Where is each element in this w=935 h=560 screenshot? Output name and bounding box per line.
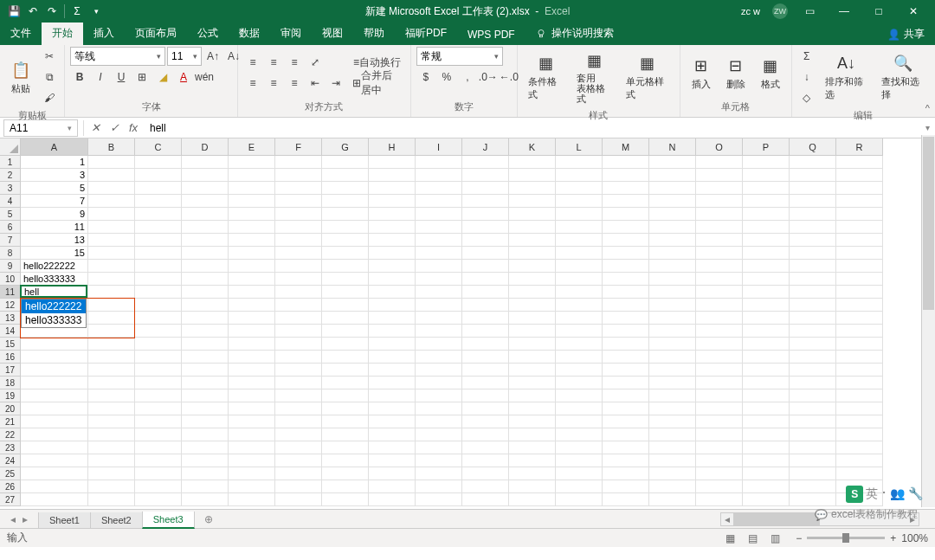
cell[interactable] <box>509 273 556 286</box>
align-center-icon[interactable]: ≡ <box>264 74 283 93</box>
cell[interactable] <box>369 182 416 195</box>
cell[interactable] <box>135 286 182 299</box>
cell[interactable] <box>182 299 229 312</box>
cell[interactable] <box>790 156 836 169</box>
collapse-ribbon-icon[interactable]: ^ <box>925 103 930 113</box>
cell[interactable] <box>135 377 182 389</box>
cell[interactable] <box>649 234 696 247</box>
cell[interactable] <box>416 338 462 351</box>
cell[interactable]: 3 <box>21 169 88 182</box>
cell[interactable] <box>229 441 275 454</box>
cell[interactable] <box>416 377 462 389</box>
cell[interactable] <box>322 273 369 286</box>
accounting-icon[interactable]: $ <box>416 68 435 87</box>
maximize-icon[interactable]: □ <box>866 3 892 20</box>
orientation-icon[interactable]: ⤢ <box>306 53 325 72</box>
cell[interactable] <box>603 428 649 441</box>
cell[interactable] <box>322 493 369 506</box>
cell[interactable] <box>603 169 649 182</box>
cell[interactable] <box>509 247 556 260</box>
cell[interactable] <box>649 493 696 506</box>
font-color-icon[interactable]: A <box>174 68 193 87</box>
cell[interactable] <box>509 312 556 325</box>
copy-icon[interactable]: ⧉ <box>40 68 59 87</box>
cell[interactable] <box>322 441 369 454</box>
cell[interactable] <box>275 299 322 312</box>
cell[interactable] <box>416 402 462 415</box>
cell[interactable] <box>556 441 603 454</box>
cell[interactable] <box>275 454 322 467</box>
cell[interactable] <box>836 312 883 325</box>
cell[interactable] <box>696 389 743 402</box>
share-button[interactable]: 👤 共享 <box>877 23 935 45</box>
cell[interactable] <box>649 208 696 221</box>
sheet-tab[interactable]: Sheet1 <box>38 512 91 529</box>
cell[interactable] <box>182 351 229 364</box>
cell[interactable] <box>836 441 883 454</box>
cell[interactable] <box>649 428 696 441</box>
cell[interactable] <box>649 273 696 286</box>
cell[interactable] <box>135 299 182 312</box>
cell[interactable] <box>696 299 743 312</box>
zoom-out-icon[interactable]: − <box>796 532 802 544</box>
cell[interactable] <box>556 415 603 428</box>
cell[interactable] <box>275 377 322 389</box>
cell[interactable] <box>509 428 556 441</box>
italic-button[interactable]: I <box>91 68 110 87</box>
row-header[interactable]: 4 <box>0 195 21 208</box>
sheet-tab[interactable]: Sheet2 <box>90 512 143 529</box>
new-sheet-button[interactable]: ⊕ <box>199 512 218 527</box>
cell[interactable] <box>649 467 696 480</box>
cell[interactable] <box>229 351 275 364</box>
column-headers[interactable]: ABCDEFGHIJKLMNOPQR <box>21 138 935 156</box>
cell[interactable] <box>603 325 649 338</box>
cell[interactable] <box>229 389 275 402</box>
cell[interactable] <box>743 169 790 182</box>
cell[interactable] <box>556 299 603 312</box>
row-header[interactable]: 7 <box>0 234 21 247</box>
cell[interactable] <box>182 493 229 506</box>
cell[interactable] <box>88 428 135 441</box>
cell[interactable] <box>369 428 416 441</box>
cell[interactable] <box>416 415 462 428</box>
cell[interactable] <box>229 195 275 208</box>
cell[interactable] <box>182 273 229 286</box>
cell[interactable] <box>743 221 790 234</box>
cell[interactable] <box>649 441 696 454</box>
cell[interactable] <box>649 182 696 195</box>
tab-foxit[interactable]: 福昕PDF <box>395 22 457 45</box>
column-header[interactable]: Q <box>790 138 836 156</box>
align-top-icon[interactable]: ≡ <box>243 53 262 72</box>
align-left-icon[interactable]: ≡ <box>243 74 262 93</box>
cell[interactable] <box>743 325 790 338</box>
cell[interactable] <box>556 428 603 441</box>
cell[interactable] <box>182 234 229 247</box>
cell[interactable] <box>462 441 509 454</box>
cell[interactable] <box>322 325 369 338</box>
row-header[interactable]: 23 <box>0 441 21 454</box>
cell[interactable] <box>836 247 883 260</box>
cell[interactable] <box>603 351 649 364</box>
cell[interactable] <box>21 351 88 364</box>
align-bottom-icon[interactable]: ≡ <box>285 53 304 72</box>
cell[interactable] <box>462 182 509 195</box>
cell[interactable] <box>696 182 743 195</box>
cell[interactable] <box>696 208 743 221</box>
cell[interactable] <box>322 402 369 415</box>
cell[interactable]: 11 <box>21 221 88 234</box>
cell[interactable] <box>603 234 649 247</box>
cell[interactable] <box>88 234 135 247</box>
column-header[interactable]: D <box>182 138 229 156</box>
cell[interactable] <box>462 156 509 169</box>
cell[interactable] <box>649 299 696 312</box>
cell[interactable] <box>229 234 275 247</box>
cell[interactable] <box>369 169 416 182</box>
tab-view[interactable]: 视图 <box>312 22 353 45</box>
cell[interactable] <box>182 377 229 389</box>
cell[interactable] <box>790 234 836 247</box>
cell[interactable] <box>88 273 135 286</box>
cell[interactable] <box>836 156 883 169</box>
cell[interactable] <box>182 364 229 377</box>
cell[interactable] <box>88 169 135 182</box>
tab-layout[interactable]: 页面布局 <box>125 22 187 45</box>
